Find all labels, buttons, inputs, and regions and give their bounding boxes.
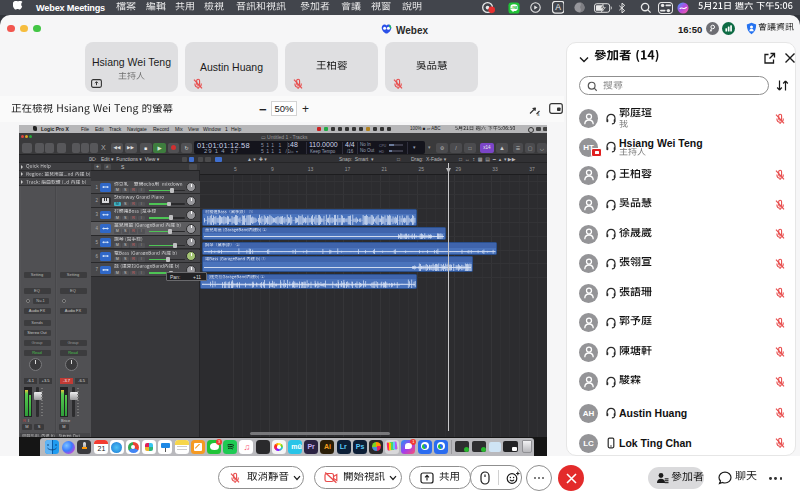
svg-text:LINE: LINE: [510, 5, 518, 9]
svg-text:A: A: [555, 2, 561, 12]
